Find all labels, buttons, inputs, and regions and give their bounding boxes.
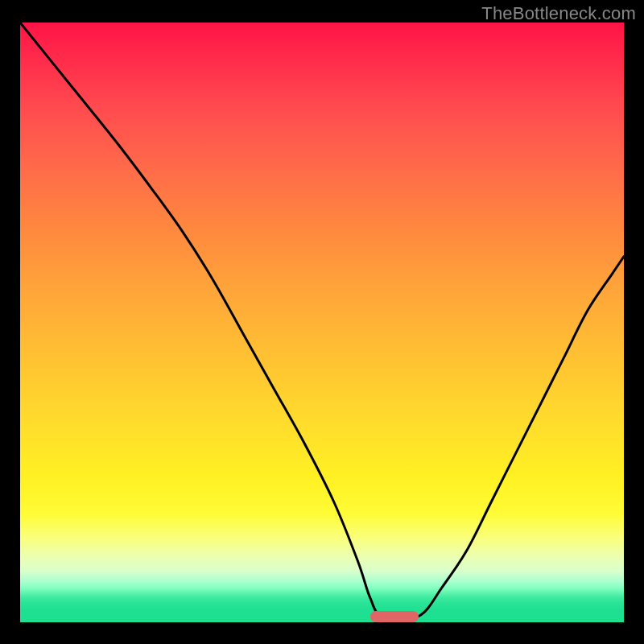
chart-frame: TheBottleneck.com — [0, 0, 644, 644]
optimal-range-marker — [370, 611, 419, 622]
curve-svg — [20, 23, 624, 622]
plot-area — [20, 23, 624, 622]
watermark-text: TheBottleneck.com — [481, 3, 636, 24]
bottleneck-curve — [20, 23, 624, 619]
